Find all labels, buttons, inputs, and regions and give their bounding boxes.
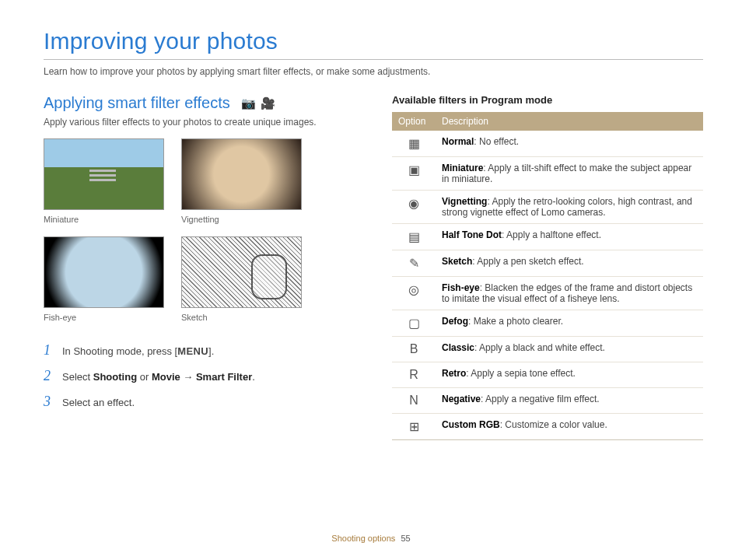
- table-heading: Available filters in Program mode: [392, 94, 703, 106]
- table-row: ◉Vignetting: Apply the retro-looking col…: [392, 191, 703, 224]
- table-row: ▢Defog: Make a photo clearer.: [392, 310, 703, 337]
- step-text: or: [137, 371, 152, 383]
- table-row: ▣Miniature: Apply a tilt-shift effect to…: [392, 157, 703, 191]
- filter-description: Half Tone Dot: Apply a halftone effect.: [436, 224, 703, 250]
- menu-label: MENU: [177, 345, 208, 357]
- step-number: 3: [44, 394, 54, 410]
- filter-description: Fish-eye: Blacken the edges of the frame…: [436, 277, 703, 310]
- filter-icon: ⊞: [392, 414, 436, 440]
- table-row: RRetro: Apply a sepia tone effect.: [392, 362, 703, 388]
- table-row: ✎Sketch: Apply a pen sketch effect.: [392, 250, 703, 277]
- footer-section: Shooting options: [331, 534, 395, 543]
- table-row: NNegative: Apply a negative film effect.: [392, 388, 703, 414]
- page-title: Improving your photos: [44, 28, 703, 54]
- th-option: Option: [392, 112, 436, 131]
- filter-icon: ✎: [392, 250, 436, 277]
- step-text: .: [252, 371, 255, 383]
- filter-description: Retro: Apply a sepia tone effect.: [436, 362, 703, 388]
- mode-icons: 📷 🎥: [241, 96, 275, 110]
- table-row: ▦Normal: No effect.: [392, 131, 703, 157]
- step-text: Select an effect.: [62, 397, 135, 408]
- step-3: 3 Select an effect.: [44, 394, 361, 410]
- caption-sketch: Sketch: [181, 313, 302, 322]
- filter-description: Normal: No effect.: [436, 131, 703, 157]
- filter-icon: ▤: [392, 224, 436, 250]
- filter-icon: B: [392, 337, 436, 362]
- filter-icon: R: [392, 362, 436, 388]
- thumb-fisheye: [44, 236, 164, 308]
- filter-description: Sketch: Apply a pen sketch effect.: [436, 250, 703, 277]
- filter-icon: N: [392, 388, 436, 414]
- filters-table: Option Description ▦Normal: No effect.▣M…: [392, 112, 703, 440]
- movie-icon: 🎥: [261, 96, 275, 110]
- step-1: 1 In Shooting mode, press [MENU].: [44, 342, 361, 359]
- table-row: ▤Half Tone Dot: Apply a halftone effect.: [392, 224, 703, 250]
- caption-miniature: Miniature: [44, 215, 164, 224]
- section-title: Applying smart filter effects: [44, 94, 230, 112]
- camera-icon: 📷: [241, 96, 256, 110]
- footer-page-number: 55: [401, 534, 410, 543]
- caption-vignetting: Vignetting: [181, 215, 302, 224]
- thumb-sketch: [181, 236, 302, 308]
- section-intro: Apply various filter effects to your pho…: [44, 117, 361, 128]
- table-row: ◎Fish-eye: Blacken the edges of the fram…: [392, 277, 703, 310]
- filter-description: Vignetting: Apply the retro-looking colo…: [436, 191, 703, 224]
- table-row: ⊞Custom RGB: Customize a color value.: [392, 414, 703, 440]
- filter-description: Classic: Apply a black and white effect.: [436, 337, 703, 362]
- arrow-icon: →: [180, 371, 196, 383]
- step-text: ].: [208, 345, 214, 357]
- step-2: 2 Select Shooting or Movie → Smart Filte…: [44, 368, 361, 384]
- filter-icon: ◎: [392, 277, 436, 310]
- page-subtitle: Learn how to improve your photos by appl…: [44, 66, 703, 77]
- divider: [44, 59, 703, 60]
- filter-description: Negative: Apply a negative film effect.: [436, 388, 703, 414]
- filter-icon: ▢: [392, 310, 436, 337]
- step-number: 1: [44, 342, 54, 359]
- step-text: Select: [62, 371, 93, 383]
- th-description: Description: [436, 112, 703, 131]
- filter-description: Miniature: Apply a tilt-shift effect to …: [436, 157, 703, 191]
- page-footer: Shooting options 55: [0, 534, 742, 543]
- step-bold: Shooting: [93, 371, 137, 383]
- thumb-vignetting: [181, 138, 302, 210]
- filter-icon: ▣: [392, 157, 436, 191]
- filter-description: Defog: Make a photo clearer.: [436, 310, 703, 337]
- filter-description: Custom RGB: Customize a color value.: [436, 414, 703, 440]
- step-number: 2: [44, 368, 54, 384]
- thumb-miniature: [44, 138, 164, 210]
- table-row: BClassic: Apply a black and white effect…: [392, 337, 703, 362]
- step-bold: Movie: [152, 371, 180, 383]
- step-bold: Smart Filter: [196, 371, 252, 383]
- step-text: In Shooting mode, press [: [62, 345, 177, 357]
- filter-icon: ▦: [392, 131, 436, 157]
- filter-icon: ◉: [392, 191, 436, 224]
- caption-fisheye: Fish-eye: [44, 313, 164, 322]
